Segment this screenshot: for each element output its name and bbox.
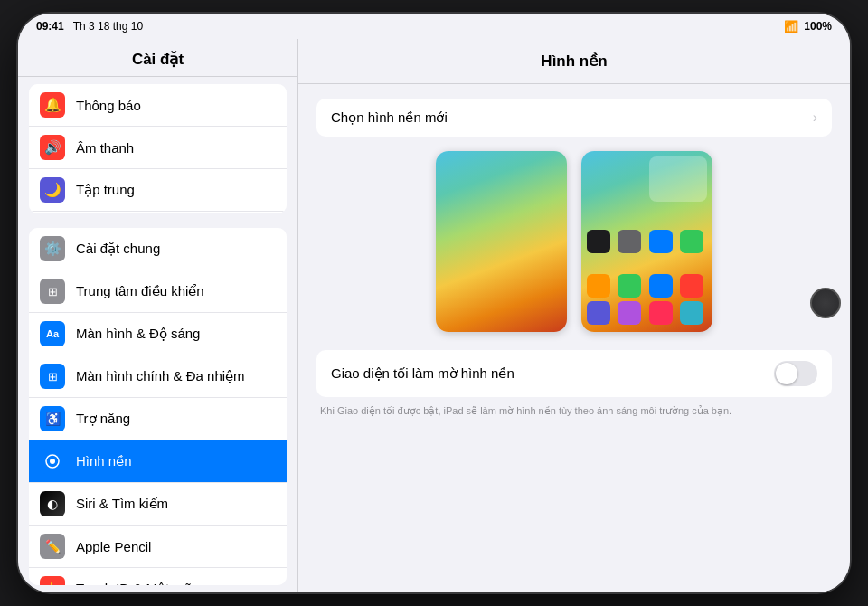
man-hinh-do-sang-label: Màn hình & Độ sáng: [76, 326, 200, 342]
app-icon-mini: [649, 301, 673, 325]
lock-screen-wallpaper: [436, 151, 567, 332]
status-time: 09:41: [36, 20, 64, 33]
app-icon-mini: [680, 274, 703, 298]
sidebar-item-siri[interactable]: ◐ Siri & Tìm kiếm: [29, 483, 287, 526]
status-icons: 📶 100%: [784, 20, 832, 33]
main-header: Hình nền: [298, 39, 850, 84]
app-icon-mini: [587, 230, 610, 253]
thong-bao-icon: 🔔: [40, 92, 65, 118]
chevron-right-icon: ›: [813, 109, 817, 126]
main-body: Chọn hình nền mới ›: [298, 84, 850, 432]
sidebar-item-trung-tam[interactable]: ⊞ Trung tâm điều khiển: [29, 270, 287, 313]
touch-id-label: Touch ID & Mật mã: [76, 581, 192, 585]
ipad-frame: 09:41 Th 3 18 thg 10 📶 100% Cài đặt 🔔 Th…: [18, 14, 850, 592]
app-icon-mini: [649, 274, 673, 298]
home-button[interactable]: [810, 288, 841, 318]
sidebar-group-2: ⚙️ Cài đặt chung ⊞ Trung tâm điều khiển …: [29, 228, 287, 585]
touch-id-icon: 👆: [40, 576, 65, 585]
cai-dat-chung-icon: ⚙️: [40, 236, 65, 261]
app-icon-mini: [649, 230, 673, 253]
app-icon-mini: [618, 230, 641, 253]
svg-point-1: [50, 459, 55, 464]
cai-dat-chung-label: Cài đặt chung: [76, 241, 160, 257]
app-icon-mini: [680, 301, 703, 325]
tap-trung-label: Tập trung: [76, 182, 135, 198]
dark-mode-toggle[interactable]: [774, 361, 817, 386]
tro-nang-label: Trợ năng: [76, 411, 130, 427]
sidebar-item-tro-nang[interactable]: ♿ Trợ năng: [29, 398, 287, 440]
siri-icon: ◐: [40, 491, 65, 516]
sidebar: Cài đặt 🔔 Thông báo 🔊 Âm thanh: [18, 39, 298, 592]
sidebar-item-man-hinh-do-sang[interactable]: Aa Màn hình & Độ sáng: [29, 313, 287, 355]
am-thanh-icon: 🔊: [40, 135, 65, 160]
app-icon-mini: [680, 230, 703, 253]
tap-trung-icon: 🌙: [40, 177, 65, 203]
main-content: Hình nền Chọn hình nền mới ›: [298, 39, 850, 592]
sidebar-item-am-thanh[interactable]: 🔊 Âm thanh: [29, 127, 287, 169]
am-thanh-label: Âm thanh: [76, 140, 134, 156]
hinh-nen-icon: [40, 449, 65, 474]
app-grid-preview: [587, 274, 707, 325]
sidebar-header: Cài đặt: [18, 39, 297, 77]
man-hinh-chinh-icon: ⊞: [40, 364, 65, 389]
siri-label: Siri & Tìm kiếm: [76, 496, 168, 512]
sidebar-group-1: 🔔 Thông báo 🔊 Âm thanh 🌙 Tập trung: [29, 84, 287, 213]
battery-icon: 100%: [804, 20, 832, 33]
dark-mode-hint: Khi Giao diện tối được bật, iPad sẽ làm …: [316, 404, 832, 418]
status-bar: 09:41 Th 3 18 thg 10 📶 100%: [18, 14, 850, 39]
dark-mode-row: Giao diện tối làm mờ hình nền: [316, 350, 832, 397]
trung-tam-icon: ⊞: [40, 279, 65, 304]
trung-tam-label: Trung tâm điều khiển: [76, 283, 204, 299]
dark-mode-label: Giao diện tối làm mờ hình nền: [331, 365, 514, 382]
app-icon-mini: [618, 274, 641, 298]
sidebar-item-cai-dat-chung[interactable]: ⚙️ Cài đặt chung: [29, 228, 287, 270]
man-hinh-do-sang-icon: Aa: [40, 321, 65, 346]
tro-nang-icon: ♿: [40, 406, 65, 431]
apple-pencil-icon: ✏️: [40, 534, 65, 559]
apple-pencil-label: Apple Pencil: [76, 539, 151, 554]
app-icon-mini: [618, 301, 641, 325]
app-icon-mini: [587, 301, 610, 325]
home-screen-preview[interactable]: [581, 151, 712, 332]
app-icon-mini: [587, 274, 610, 298]
sidebar-item-touch-id[interactable]: 👆 Touch ID & Mật mã: [29, 568, 287, 585]
wifi-icon: 📶: [784, 20, 798, 33]
sidebar-item-hinh-nen[interactable]: Hình nền: [29, 440, 287, 483]
sidebar-item-apple-pencil[interactable]: ✏️ Apple Pencil: [29, 526, 287, 568]
content-area: Cài đặt 🔔 Thông báo 🔊 Âm thanh: [18, 39, 850, 592]
sidebar-item-thong-bao[interactable]: 🔔 Thông báo: [29, 84, 287, 127]
widget-preview: [649, 156, 707, 202]
sidebar-item-tap-trung[interactable]: 🌙 Tập trung: [29, 169, 287, 212]
sidebar-item-thoi-gian[interactable]: ⏳ Thời gian sử dụng: [29, 212, 287, 213]
status-date: Th 3 18 thg 10: [73, 20, 143, 33]
wallpaper-previews: [316, 151, 832, 332]
mid-app-grid: [587, 230, 707, 253]
wallpaper-svg-icon: [44, 453, 61, 469]
thong-bao-label: Thông báo: [76, 98, 141, 113]
lock-screen-preview[interactable]: [436, 151, 567, 332]
hinh-nen-label: Hình nền: [76, 453, 132, 469]
home-screen-overlay: [581, 151, 712, 332]
choose-wallpaper-row[interactable]: Chọn hình nền mới ›: [316, 99, 832, 137]
sidebar-item-man-hinh-chinh[interactable]: ⊞ Màn hình chính & Đa nhiệm: [29, 355, 287, 398]
choose-wallpaper-label: Chọn hình nền mới: [331, 109, 448, 126]
man-hinh-chinh-label: Màn hình chính & Đa nhiệm: [76, 368, 245, 384]
